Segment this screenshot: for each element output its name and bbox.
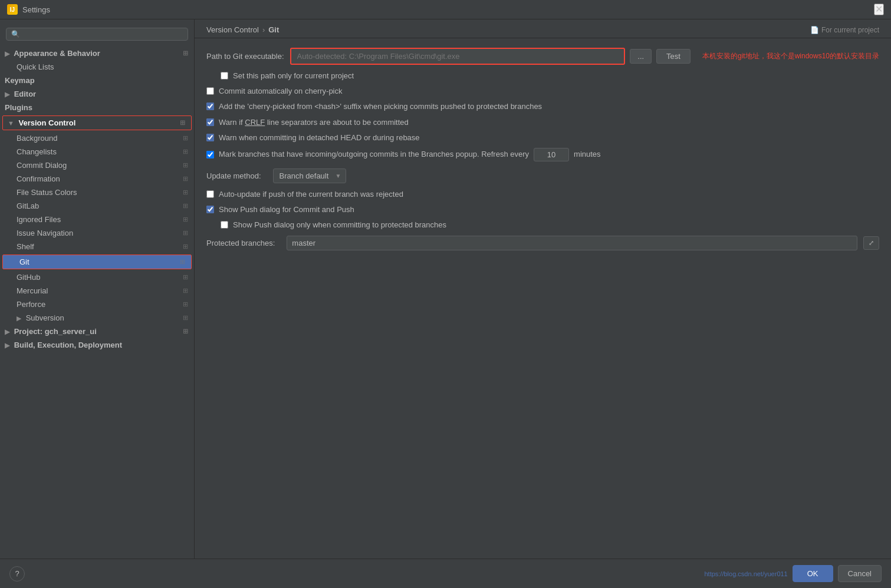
sidebar-item-perforce[interactable]: Perforce ⊞ xyxy=(0,298,194,311)
right-panel: Version Control › Git 📄 For current proj… xyxy=(195,19,891,559)
sync-icon-subversion: ⊞ xyxy=(183,314,188,322)
mark-branches-label: Mark branches that have incoming/outgoin… xyxy=(219,149,529,160)
sync-icon-git: ⊞ xyxy=(180,258,185,266)
sidebar-item-editor[interactable]: ▶ Editor xyxy=(0,87,194,101)
sidebar-item-ignored-files[interactable]: Ignored Files ⊞ xyxy=(0,213,194,226)
sync-icon-vc: ⊞ xyxy=(180,119,185,127)
sync-icon-mercurial: ⊞ xyxy=(183,287,188,295)
show-push-protected-label: Show Push dialog only when committing to… xyxy=(233,220,446,230)
expand-arrow-appearance: ▶ xyxy=(5,50,9,58)
show-push-dialog-checkbox[interactable] xyxy=(206,206,214,213)
sidebar-item-quick-lists[interactable]: Quick Lists xyxy=(0,60,194,74)
sidebar-label-mercurial: Mercurial xyxy=(17,286,48,295)
minutes-label: minutes xyxy=(574,149,601,160)
sync-icon-issue-navigation: ⊞ xyxy=(183,229,188,237)
sync-icon-changelists: ⊞ xyxy=(183,148,188,156)
sync-icon-ignored-files: ⊞ xyxy=(183,216,188,223)
footer-url: https://blog.csdn.net/yuer011 xyxy=(704,570,787,577)
for-current-project-label: For current project xyxy=(821,26,879,34)
update-method-select-wrapper: Branch default ▼ xyxy=(273,169,346,183)
ok-button[interactable]: OK xyxy=(793,565,833,582)
auto-update-checkbox[interactable] xyxy=(206,190,214,198)
sidebar-item-appearance-behavior[interactable]: ▶ Appearance & Behavior ⊞ xyxy=(0,47,194,60)
set-path-only-checkbox[interactable] xyxy=(221,72,228,80)
search-input[interactable] xyxy=(23,30,183,38)
document-icon: 📄 xyxy=(810,26,819,34)
warn-detached-label: Warn when committing in detached HEAD or… xyxy=(219,133,420,143)
cherry-picked-checkbox[interactable] xyxy=(206,103,214,110)
sync-icon-appearance: ⊞ xyxy=(183,49,188,57)
update-method-select[interactable]: Branch default xyxy=(273,169,346,183)
sidebar-item-shelf[interactable]: Shelf ⊞ xyxy=(0,240,194,253)
sidebar-item-git[interactable]: Git ⊞ xyxy=(3,255,191,269)
sync-icon-github: ⊞ xyxy=(183,273,188,281)
footer-right: https://blog.csdn.net/yuer011 OK Cancel xyxy=(704,565,882,582)
sync-icon-commit-dialog: ⊞ xyxy=(183,161,188,169)
sidebar-label-build-execution: Build, Execution, Deployment xyxy=(14,341,122,349)
sidebar-item-mercurial[interactable]: Mercurial ⊞ xyxy=(0,284,194,298)
breadcrumb-git: Git xyxy=(268,25,279,34)
sidebar-label-quick-lists: Quick Lists xyxy=(17,62,54,71)
expand-arrow-build: ▶ xyxy=(5,342,9,349)
sidebar-item-gitlab[interactable]: GitLab ⊞ xyxy=(0,199,194,213)
protected-branches-row: Protected branches: ⤢ xyxy=(206,236,879,250)
sidebar-label-confirmation: Confirmation xyxy=(17,174,60,183)
sidebar-item-github[interactable]: GitHub ⊞ xyxy=(0,270,194,284)
breadcrumb-vc: Version Control xyxy=(206,25,259,34)
sync-icon-perforce: ⊞ xyxy=(183,300,188,308)
sidebar-item-subversion[interactable]: ▶ Subversion ⊞ xyxy=(0,311,194,325)
sidebar-item-commit-dialog[interactable]: Commit Dialog ⊞ xyxy=(0,158,194,172)
sync-icon-background: ⊞ xyxy=(183,134,188,142)
sidebar-label-ignored-files: Ignored Files xyxy=(17,215,61,224)
sidebar-item-background[interactable]: Background ⊞ xyxy=(0,131,194,145)
protected-branches-input[interactable] xyxy=(287,236,857,250)
mark-branches-row: Mark branches that have incoming/outgoin… xyxy=(206,148,879,161)
warn-crlf-label: Warn if CRLF line separators are about t… xyxy=(219,117,409,128)
sidebar-label-github: GitHub xyxy=(17,273,40,282)
sidebar-label-background: Background xyxy=(17,134,57,143)
refresh-minutes-input[interactable] xyxy=(534,148,569,161)
sync-icon-gitlab: ⊞ xyxy=(183,202,188,210)
sidebar-item-confirmation[interactable]: Confirmation ⊞ xyxy=(0,172,194,186)
sidebar-item-build-execution[interactable]: ▶ Build, Execution, Deployment xyxy=(0,338,194,352)
for-current-project: 📄 For current project xyxy=(810,26,879,34)
breadcrumb-sep: › xyxy=(262,25,265,34)
main-content: 🔍 ▶ Appearance & Behavior ⊞ Quick Lists … xyxy=(0,19,891,559)
protected-branches-label: Protected branches: xyxy=(206,239,275,247)
sidebar-item-keymap[interactable]: Keymap xyxy=(0,74,194,87)
warn-detached-checkbox[interactable] xyxy=(206,134,214,141)
warn-detached-row: Warn when committing in detached HEAD or… xyxy=(206,133,879,143)
sidebar-label-perforce: Perforce xyxy=(17,300,45,309)
warn-crlf-checkbox[interactable] xyxy=(206,118,214,126)
test-button[interactable]: Test xyxy=(656,49,691,64)
help-button[interactable]: ? xyxy=(9,566,25,582)
warn-crlf-row: Warn if CRLF line separators are about t… xyxy=(206,117,879,128)
sidebar-label-shelf: Shelf xyxy=(17,242,34,251)
search-box[interactable]: 🔍 xyxy=(6,28,188,41)
sidebar-label-subversion: Subversion xyxy=(26,313,64,322)
sidebar-item-version-control[interactable]: ▼ Version Control ⊞ xyxy=(3,116,191,130)
sidebar-label-issue-navigation: Issue Navigation xyxy=(17,229,73,237)
sidebar-label-version-control: Version Control xyxy=(19,118,76,127)
sidebar-item-changelists[interactable]: Changelists ⊞ xyxy=(0,145,194,158)
sidebar-item-project[interactable]: ▶ Project: gch_server_ui ⊞ xyxy=(0,325,194,338)
path-input[interactable] xyxy=(290,48,626,65)
sidebar-item-file-status-colors[interactable]: File Status Colors ⊞ xyxy=(0,186,194,199)
commit-auto-checkbox[interactable] xyxy=(206,87,214,95)
close-button[interactable]: ✕ xyxy=(874,4,884,15)
update-method-row: Update method: Branch default ▼ xyxy=(206,169,879,183)
mark-branches-checkbox[interactable] xyxy=(206,151,214,158)
sidebar-label-editor: Editor xyxy=(14,90,37,98)
set-path-only-row: Set this path only for current project xyxy=(221,71,879,81)
browse-button[interactable]: ... xyxy=(630,49,652,64)
show-push-dialog-label: Show Push dialog for Commit and Push xyxy=(219,204,354,215)
sidebar-item-plugins[interactable]: Plugins xyxy=(0,101,194,114)
sidebar-label-commit-dialog: Commit Dialog xyxy=(17,161,67,170)
show-push-protected-checkbox[interactable] xyxy=(221,221,228,229)
sidebar-item-issue-navigation[interactable]: Issue Navigation ⊞ xyxy=(0,226,194,240)
cancel-button[interactable]: Cancel xyxy=(838,565,882,582)
update-method-label: Update method: xyxy=(206,171,261,180)
sidebar: 🔍 ▶ Appearance & Behavior ⊞ Quick Lists … xyxy=(0,19,195,559)
titlebar: IJ Settings ✕ xyxy=(0,0,891,19)
protected-expand-button[interactable]: ⤢ xyxy=(863,236,879,250)
